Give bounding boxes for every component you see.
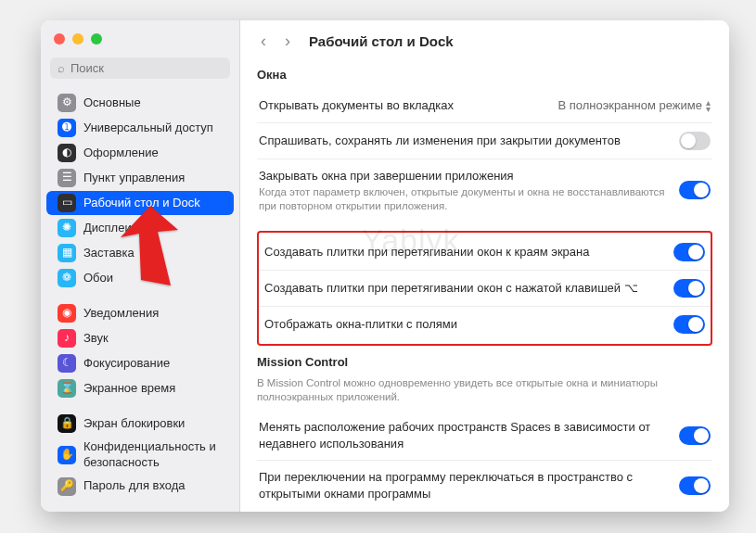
sidebar-item-label: Фокусирование xyxy=(83,356,170,372)
nav-forward-button[interactable]: › xyxy=(281,32,294,51)
row-label: Отображать окна-плитки с полями xyxy=(264,316,660,333)
sidebar-item-icon: ✺ xyxy=(58,219,76,237)
toggle-switch[interactable] xyxy=(679,476,711,495)
row-label: Создавать плитки при перетягивании окон … xyxy=(264,280,660,297)
toggle-switch[interactable] xyxy=(679,426,711,445)
sidebar-item-label: Рабочий стол и Dock xyxy=(83,196,200,211)
sidebar-item-label: Универсальный доступ xyxy=(83,121,213,136)
sidebar-item-icon: ✋ xyxy=(58,446,76,464)
sidebar-item-icon: ☰ xyxy=(58,169,76,187)
traffic-lights xyxy=(41,30,239,54)
sidebar-item-1[interactable]: ➊Универсальный доступ xyxy=(46,116,234,140)
mission-row-0: Менять расположение рабочих пространств … xyxy=(257,411,712,461)
sidebar-item-10[interactable]: ♪Звук xyxy=(46,326,234,350)
section-title-mission: Mission Control xyxy=(257,355,712,369)
row-label: Спрашивать, сохранять ли изменения при з… xyxy=(259,133,666,149)
windows-row-1: Спрашивать, сохранять ли изменения при з… xyxy=(257,123,712,159)
toggle-switch[interactable] xyxy=(673,279,705,298)
sidebar-item-11[interactable]: ☾Фокусирование xyxy=(46,351,234,375)
tiles-row-0: Создавать плитки при перетягивании окон … xyxy=(259,235,711,271)
sidebar-item-icon: ◐ xyxy=(58,144,76,162)
select-dropdown[interactable]: В полноэкранном режиме▴▾ xyxy=(557,98,711,112)
row-label: Менять расположение рабочих пространств … xyxy=(259,419,666,451)
sidebar-item-label: Обои xyxy=(83,271,113,286)
row-sublabel: Когда этот параметр включен, открытые до… xyxy=(259,185,666,213)
toggle-switch[interactable] xyxy=(679,181,711,199)
sidebar-item-0[interactable]: ⚙Основные xyxy=(46,91,234,115)
toggle-switch[interactable] xyxy=(673,315,705,334)
sidebar-item-label: Уведомления xyxy=(83,306,159,322)
sidebar-item-16[interactable]: 🔑Пароль для входа xyxy=(46,475,234,499)
content-body: Окна Открывать документы во вкладкахВ по… xyxy=(240,60,729,512)
sidebar-item-14[interactable]: 🔒Экран блокировки xyxy=(46,412,234,436)
fullscreen-button[interactable] xyxy=(91,33,102,44)
select-value: В полноэкранном режиме xyxy=(557,98,702,112)
toggle-switch[interactable] xyxy=(679,132,711,150)
nav-back-button[interactable]: ‹ xyxy=(257,32,270,51)
updown-icon: ▴▾ xyxy=(706,99,711,112)
sidebar-item-5[interactable]: ✺Дисплеи xyxy=(46,216,234,240)
section-title-windows: Окна xyxy=(257,68,712,82)
toggle-switch[interactable] xyxy=(673,243,705,261)
sidebar-item-icon: ⚙ xyxy=(58,94,76,112)
sidebar-item-label: Экран блокировки xyxy=(83,416,185,432)
settings-window: ⌕ ⚙Основные➊Универсальный доступ◐Оформле… xyxy=(41,20,729,512)
sidebar-item-4[interactable]: ▭Рабочий стол и Dock xyxy=(46,191,234,215)
page-title: Рабочий стол и Dock xyxy=(309,33,454,49)
sidebar-item-9[interactable]: ◉Уведомления xyxy=(46,301,234,325)
sidebar-item-icon: ❁ xyxy=(58,269,76,287)
sidebar: ⌕ ⚙Основные➊Универсальный доступ◐Оформле… xyxy=(41,20,240,512)
row-label: Создавать плитки при перетягивании окон … xyxy=(264,244,660,260)
close-button[interactable] xyxy=(54,33,65,44)
windows-row-0: Открывать документы во вкладкахВ полноэк… xyxy=(257,89,712,123)
minimize-button[interactable] xyxy=(72,33,83,44)
sidebar-item-label: Основные xyxy=(83,95,141,111)
sidebar-item-icon: ♪ xyxy=(58,329,76,348)
sidebar-item-label: Оформление xyxy=(83,146,159,161)
sidebar-item-icon: ◉ xyxy=(58,304,76,323)
sidebar-item-6[interactable]: ▦Заставка xyxy=(46,241,234,265)
tiles-row-2: Отображать окна-плитки с полями xyxy=(259,307,711,342)
sidebar-item-icon: ▭ xyxy=(58,194,76,212)
content-header: ‹ › Рабочий стол и Dock xyxy=(240,20,729,60)
windows-row-2: Закрывать окна при завершении приложения… xyxy=(257,159,712,222)
mission-row-1: При переключении на программу переключат… xyxy=(257,461,712,510)
sidebar-item-label: Дисплеи xyxy=(83,221,132,236)
sidebar-item-label: Конфиденциальность и безопасность xyxy=(83,439,224,471)
content-pane: ‹ › Рабочий стол и Dock Окна Открывать д… xyxy=(240,20,729,512)
sidebar-item-icon: ☾ xyxy=(58,354,76,373)
sidebar-item-icon: ▦ xyxy=(58,244,76,262)
sidebar-item-3[interactable]: ☰Пункт управления xyxy=(46,166,234,190)
sidebar-item-label: Пункт управления xyxy=(83,171,185,186)
sidebar-item-icon: ⌛ xyxy=(58,379,76,398)
tiles-row-1: Создавать плитки при перетягивании окон … xyxy=(259,271,711,307)
search-input[interactable] xyxy=(70,61,223,75)
sidebar-item-icon: ➊ xyxy=(58,119,76,137)
sidebar-item-7[interactable]: ❁Обои xyxy=(46,266,234,290)
sidebar-item-label: Заставка xyxy=(83,246,135,261)
sidebar-item-15[interactable]: ✋Конфиденциальность и безопасность xyxy=(46,437,234,474)
row-label: Закрывать окна при завершении приложения xyxy=(259,168,666,184)
sidebar-item-label: Звук xyxy=(83,331,109,347)
section-desc-mission: В Mission Control можно одновременно уви… xyxy=(257,376,712,405)
sidebar-item-icon: 🔒 xyxy=(58,414,76,433)
sidebar-item-label: Экранное время xyxy=(83,381,175,397)
sidebar-item-label: Пароль для входа xyxy=(83,478,186,494)
highlighted-settings: Создавать плитки при перетягивании окон … xyxy=(257,231,712,346)
row-label: Открывать документы во вкладках xyxy=(259,97,545,114)
row-label: При переключении на программу переключат… xyxy=(259,469,666,501)
sidebar-item-icon: 🔑 xyxy=(58,477,76,496)
sidebar-items: ⚙Основные➊Универсальный доступ◐Оформлени… xyxy=(41,86,239,503)
sidebar-item-2[interactable]: ◐Оформление xyxy=(46,141,234,165)
sidebar-item-12[interactable]: ⌛Экранное время xyxy=(46,376,234,400)
search-field[interactable]: ⌕ xyxy=(50,57,230,79)
search-icon: ⌕ xyxy=(58,61,65,75)
